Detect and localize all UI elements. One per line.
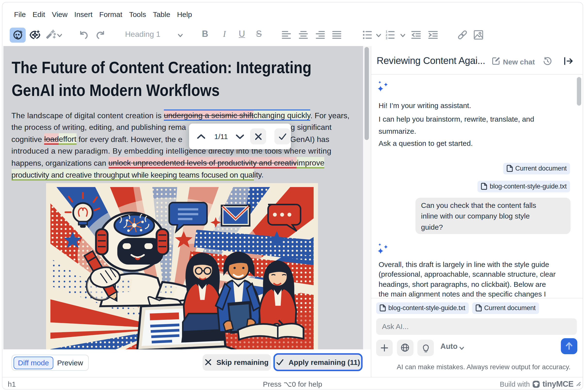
svg-text:3: 3 <box>386 36 387 39</box>
